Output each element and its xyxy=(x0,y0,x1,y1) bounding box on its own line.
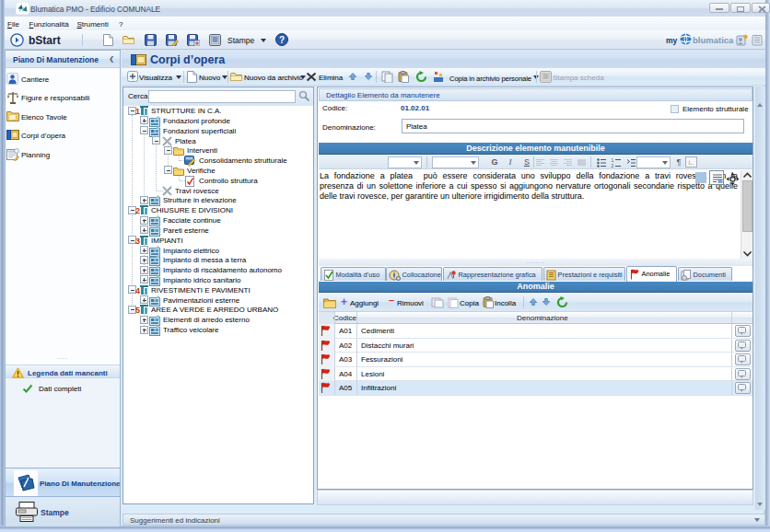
svg-text:?: ? xyxy=(279,35,285,45)
svg-text:1: 1 xyxy=(135,107,140,116)
svg-text:3: 3 xyxy=(135,237,140,246)
svg-text:2: 2 xyxy=(611,163,613,168)
svg-text:4: 4 xyxy=(135,286,140,295)
svg-text:2: 2 xyxy=(135,206,140,215)
svg-text:1: 1 xyxy=(611,157,613,163)
svg-text:5: 5 xyxy=(135,306,140,315)
